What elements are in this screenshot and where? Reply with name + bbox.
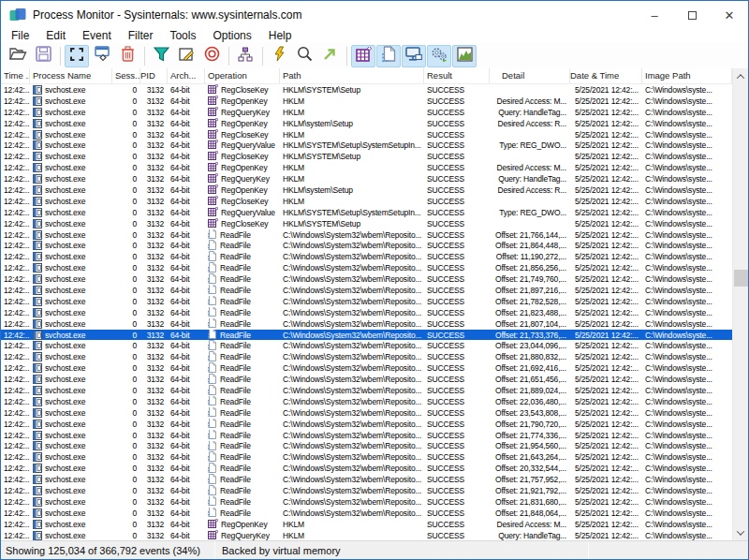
filter-button[interactable]	[149, 45, 173, 67]
table-row[interactable]: 12:42:... svchost.exe 0 3132 64-bit Read…	[1, 441, 732, 452]
process-name: svchost.exe	[45, 397, 85, 406]
readfile-operation-icon	[208, 430, 217, 441]
jump-to-button[interactable]	[317, 45, 342, 67]
menu-item-filter[interactable]: Filter	[120, 29, 162, 43]
save-button[interactable]	[31, 45, 55, 67]
column-header-path[interactable]: Path	[280, 68, 424, 83]
table-row[interactable]: 12:42:... svchost.exe 0 3132 64-bit Read…	[1, 340, 732, 351]
process-name: svchost.exe	[45, 308, 85, 317]
maximize-button[interactable]	[673, 1, 711, 29]
show-network-button[interactable]	[402, 45, 426, 67]
column-header-result[interactable]: Result	[424, 68, 490, 83]
show-registry-button[interactable]	[351, 45, 375, 67]
menu-item-file[interactable]: File	[3, 29, 37, 43]
vertical-scrollbar[interactable]	[732, 68, 748, 540]
process-name: svchost.exe	[45, 486, 85, 495]
process-name: svchost.exe	[45, 96, 85, 106]
table-row[interactable]: 12:42:... svchost.exe 0 3132 64-bit RegC…	[1, 196, 732, 207]
readfile-operation-icon	[208, 296, 217, 307]
capture-button[interactable]	[65, 45, 89, 67]
table-row[interactable]: 12:42:... svchost.exe 0 3132 64-bit Read…	[1, 463, 732, 474]
table-row[interactable]: 12:42:... svchost.exe 0 3132 64-bit Read…	[1, 251, 732, 262]
table-row[interactable]: 12:42:... svchost.exe 0 3132 64-bit RegQ…	[1, 107, 732, 118]
table-row[interactable]: 12:42:... svchost.exe 0 3132 64-bit Read…	[1, 485, 732, 496]
menu-item-event[interactable]: Event	[74, 29, 120, 43]
table-row[interactable]: 12:42:... svchost.exe 0 3132 64-bit RegC…	[1, 84, 732, 96]
highlight-button[interactable]	[174, 45, 198, 67]
table-row[interactable]: 12:42:... svchost.exe 0 3132 64-bit RegO…	[1, 96, 732, 107]
menu-item-edit[interactable]: Edit	[37, 29, 74, 43]
process-name: svchost.exe	[45, 531, 85, 540]
table-row[interactable]: 12:42:... svchost.exe 0 3132 64-bit Read…	[1, 351, 732, 362]
operation-name: ReadFile	[220, 475, 251, 484]
table-row[interactable]: 12:42:... svchost.exe 0 3132 64-bit Read…	[1, 240, 732, 251]
table-row[interactable]: 12:42:... svchost.exe 0 3132 64-bit RegQ…	[1, 173, 732, 184]
readfile-operation-icon	[208, 441, 217, 452]
table-row[interactable]: 12:42:... svchost.exe 0 3132 64-bit Read…	[1, 396, 732, 407]
autoscroll-button[interactable]	[90, 45, 114, 67]
table-row[interactable]: 12:42:... svchost.exe 0 3132 64-bit RegO…	[1, 519, 732, 530]
close-button[interactable]: ✕	[711, 1, 748, 29]
column-header-architecture[interactable]: Arch...	[168, 68, 205, 83]
scroll-thumb[interactable]	[734, 270, 748, 287]
show-filesystem-button[interactable]	[376, 45, 401, 67]
table-row[interactable]: 12:42:... svchost.exe 0 3132 64-bit Read…	[1, 262, 732, 273]
table-row[interactable]: 12:42:... svchost.exe 0 3132 64-bit Read…	[1, 273, 732, 285]
operation-name: RegOpenKey	[221, 185, 268, 195]
table-row[interactable]: 12:42:... svchost.exe 0 3132 64-bit RegO…	[1, 162, 732, 173]
table-row[interactable]: 12:42:... svchost.exe 0 3132 64-bit RegQ…	[1, 207, 732, 218]
table-row[interactable]: 12:42:... svchost.exe 0 3132 64-bit Read…	[1, 229, 732, 241]
include-process-button[interactable]	[199, 45, 224, 67]
table-row[interactable]: 12:42:... svchost.exe 0 3132 64-bit Read…	[1, 407, 732, 419]
show-process-button[interactable]	[427, 45, 451, 67]
process-icon	[33, 241, 42, 250]
column-header-pid[interactable]: PID	[140, 68, 168, 83]
table-row[interactable]: 12:42:... svchost.exe 0 3132 64-bit Read…	[1, 474, 732, 485]
menu-item-help[interactable]: Help	[260, 29, 301, 43]
table-row[interactable]: 12:42:... svchost.exe 0 3132 64-bit RegC…	[1, 129, 732, 140]
column-header-session[interactable]: Sess...	[112, 68, 140, 83]
column-header-operation[interactable]: Operation	[205, 68, 280, 83]
operation-name: RegQueryKey	[221, 174, 270, 184]
table-row[interactable]: 12:42:... svchost.exe 0 3132 64-bit Read…	[1, 374, 732, 385]
menu-item-tools[interactable]: Tools	[161, 29, 204, 43]
scroll-down-button[interactable]	[733, 524, 748, 540]
table-row[interactable]: 12:42:... svchost.exe 0 3132 64-bit Read…	[1, 296, 732, 307]
table-row[interactable]: 12:42:... svchost.exe 0 3132 64-bit Read…	[1, 330, 732, 341]
table-row[interactable]: 12:42:... svchost.exe 0 3132 64-bit RegC…	[1, 151, 732, 162]
table-row[interactable]: 12:42:... svchost.exe 0 3132 64-bit Read…	[1, 508, 732, 519]
column-header-detail[interactable]: Detail	[490, 68, 570, 83]
operation-name: RegQueryKey	[221, 531, 270, 540]
table-row[interactable]: 12:42:... svchost.exe 0 3132 64-bit Read…	[1, 496, 732, 508]
table-row[interactable]: 12:42:... svchost.exe 0 3132 64-bit Read…	[1, 307, 732, 318]
menu-item-options[interactable]: Options	[204, 29, 259, 43]
table-row[interactable]: 12:42:... svchost.exe 0 3132 64-bit Read…	[1, 385, 732, 396]
open-button[interactable]	[6, 45, 30, 67]
boot-logging-button[interactable]	[267, 45, 291, 67]
process-tree-button[interactable]	[233, 45, 257, 67]
column-header-date-time[interactable]: Date & Time	[570, 68, 642, 83]
table-row[interactable]: 12:42:... svchost.exe 0 3132 64-bit RegQ…	[1, 140, 732, 151]
table-row[interactable]: 12:42:... svchost.exe 0 3132 64-bit Read…	[1, 451, 732, 463]
clear-button[interactable]	[115, 45, 140, 67]
column-header-image-path[interactable]: Image Path	[642, 68, 732, 83]
column-header-process-name[interactable]: Process Name	[30, 68, 112, 83]
readfile-operation-icon	[208, 396, 217, 407]
scroll-track[interactable]	[733, 84, 748, 524]
table-row[interactable]: 12:42:... svchost.exe 0 3132 64-bit Read…	[1, 430, 732, 441]
find-button[interactable]	[292, 45, 316, 67]
table-row[interactable]: 12:42:... svchost.exe 0 3132 64-bit Read…	[1, 318, 732, 330]
show-profiling-button[interactable]	[452, 45, 477, 67]
table-row[interactable]: 12:42:... svchost.exe 0 3132 64-bit RegO…	[1, 118, 732, 129]
readfile-operation-icon	[208, 485, 217, 496]
column-header-time[interactable]: Time ...	[1, 68, 30, 83]
table-row[interactable]: 12:42:... svchost.exe 0 3132 64-bit Read…	[1, 419, 732, 430]
minimize-button[interactable]: –	[636, 1, 673, 29]
scroll-up-button[interactable]	[733, 68, 748, 84]
table-row[interactable]: 12:42:... svchost.exe 0 3132 64-bit RegO…	[1, 184, 732, 196]
table-row[interactable]: 12:42:... svchost.exe 0 3132 64-bit Read…	[1, 285, 732, 296]
table-row[interactable]: 12:42:... svchost.exe 0 3132 64-bit RegQ…	[1, 530, 732, 540]
table-row[interactable]: 12:42:... svchost.exe 0 3132 64-bit Read…	[1, 362, 732, 374]
operation-name: ReadFile	[220, 274, 251, 284]
table-row[interactable]: 12:42:... svchost.exe 0 3132 64-bit RegC…	[1, 218, 732, 229]
